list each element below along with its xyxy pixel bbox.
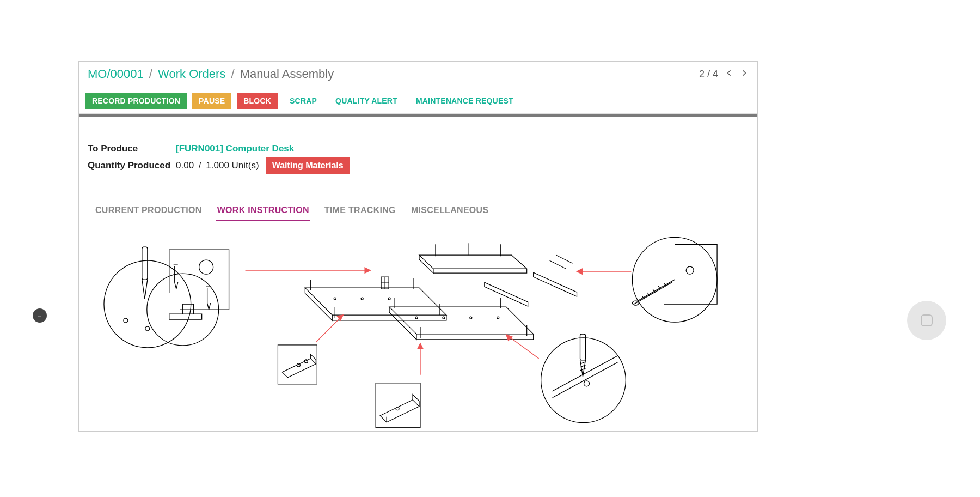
svg-point-39	[470, 317, 472, 319]
svg-point-5	[124, 318, 128, 323]
svg-point-16	[584, 381, 589, 386]
breadcrumb: MO/00001 / Work Orders / Manual Assembly	[88, 67, 334, 81]
svg-point-35	[361, 298, 363, 300]
qty-produced-label: Quantity Produced	[88, 160, 176, 171]
breadcrumb-sep: /	[149, 67, 152, 81]
breadcrumb-workorders-link[interactable]: Work Orders	[158, 67, 225, 81]
block-button[interactable]: BLOCK	[237, 93, 278, 109]
svg-point-37	[415, 317, 418, 319]
tab-miscellaneous[interactable]: MISCELLANEOUS	[410, 201, 490, 221]
svg-point-40	[497, 317, 499, 319]
home-icon	[921, 314, 933, 326]
svg-rect-4	[142, 247, 148, 280]
tablet-home-button[interactable]	[907, 301, 946, 340]
assembly-diagram	[88, 228, 749, 429]
svg-line-20	[580, 368, 586, 371]
arrow-left-icon: ←	[37, 313, 42, 319]
svg-line-24	[550, 260, 566, 269]
qty-produced-value: 0.00 / 1.000 Unit(s)	[176, 160, 259, 171]
qty-sep: /	[199, 160, 201, 171]
svg-point-6	[145, 326, 150, 331]
tab-current-production[interactable]: CURRENT PRODUCTION	[94, 201, 203, 221]
qty-total: 1.000	[206, 160, 229, 171]
svg-point-34	[334, 298, 336, 300]
pager: 2 / 4	[699, 69, 749, 80]
work-instruction-image	[88, 228, 749, 429]
pause-button[interactable]: PAUSE	[192, 93, 231, 109]
svg-point-15	[541, 338, 626, 423]
action-toolbar: RECORD PRODUCTION PAUSE BLOCK SCRAP QUAL…	[79, 88, 757, 114]
svg-point-3	[199, 260, 213, 274]
app-window: MO/00001 / Work Orders / Manual Assembly…	[78, 61, 758, 432]
svg-point-36	[388, 298, 390, 300]
field-qty-produced: Quantity Produced 0.00 / 1.000 Unit(s) W…	[88, 157, 749, 174]
breadcrumb-current: Manual Assembly	[240, 67, 334, 81]
pager-prev-button[interactable]	[725, 69, 733, 80]
scrap-button[interactable]: SCRAP	[283, 93, 323, 109]
status-badge: Waiting Materials	[266, 157, 350, 174]
breadcrumb-mo-link[interactable]: MO/00001	[88, 67, 144, 81]
field-to-produce: To Produce [FURN001] Computer Desk	[88, 143, 749, 154]
quality-alert-button[interactable]: QUALITY ALERT	[329, 93, 404, 109]
tab-time-tracking[interactable]: TIME TRACKING	[323, 201, 397, 221]
svg-line-25	[556, 255, 573, 263]
pager-next-button[interactable]	[740, 69, 749, 80]
to-produce-label: To Produce	[88, 143, 176, 154]
maintenance-request-button[interactable]: MAINTENANCE REQUEST	[409, 93, 520, 109]
svg-rect-50	[376, 383, 420, 428]
svg-point-38	[443, 317, 445, 319]
svg-point-8	[686, 266, 694, 274]
qty-uom-text: Unit(s)	[232, 160, 259, 171]
pager-count: 2 / 4	[699, 69, 718, 80]
tabs: CURRENT PRODUCTION WORK INSTRUCTION TIME…	[88, 201, 749, 221]
to-produce-value[interactable]: [FURN001] Computer Desk	[176, 143, 294, 154]
svg-point-7	[632, 237, 717, 322]
chevron-left-icon	[725, 69, 733, 77]
tablet-back-button[interactable]: ←	[33, 308, 47, 323]
record-production-button[interactable]: RECORD PRODUCTION	[85, 93, 187, 109]
breadcrumb-bar: MO/00001 / Work Orders / Manual Assembly…	[79, 62, 757, 88]
tab-work-instruction[interactable]: WORK INSTRUCTION	[216, 201, 310, 221]
chevron-right-icon	[740, 69, 749, 77]
form-area: To Produce [FURN001] Computer Desk Quant…	[79, 117, 757, 181]
qty-done: 0.00	[176, 160, 194, 171]
breadcrumb-sep: /	[231, 67, 235, 81]
